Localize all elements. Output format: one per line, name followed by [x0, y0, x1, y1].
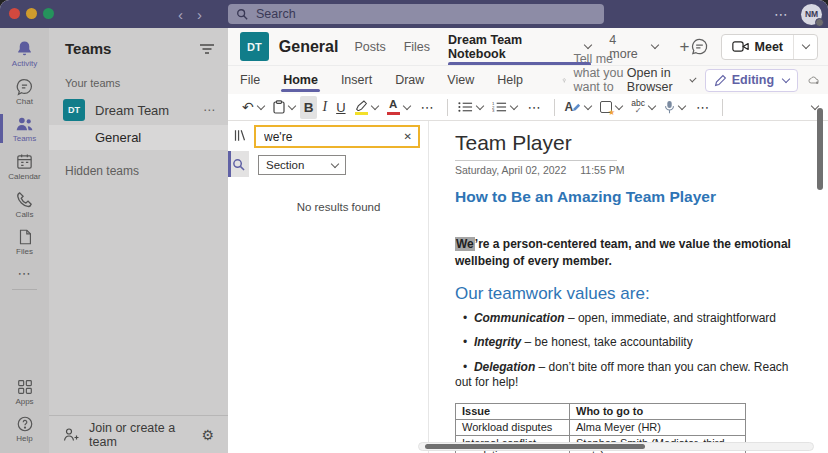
search-scope-dropdown[interactable]: Section	[258, 155, 346, 175]
notebook-search-box[interactable]: ✕	[254, 125, 420, 148]
sidebar-channel-general[interactable]: General	[49, 125, 228, 150]
italic-button[interactable]: I	[318, 96, 331, 119]
chevron-down-icon	[287, 101, 295, 109]
pencil-icon	[714, 74, 727, 87]
undo-button[interactable]: ↶	[238, 96, 268, 119]
add-tab-button[interactable]: +	[680, 37, 690, 57]
global-search-box[interactable]	[228, 4, 604, 24]
notebook-search-panel: ✕ Section No results found	[228, 121, 428, 453]
forward-button[interactable]: ›	[197, 7, 202, 22]
join-or-create-team-button[interactable]: Join or create a team ⚙	[49, 415, 228, 453]
rail-item-activity[interactable]: Activity	[0, 34, 49, 72]
formatting-toolbar: ↶ B I U A ⋯	[228, 94, 828, 121]
ribbon-tab-help[interactable]: Help	[497, 66, 523, 94]
rail-item-teams[interactable]: Teams	[0, 110, 49, 147]
more-options-button[interactable]: ⋯	[774, 6, 789, 22]
main-panel: DT General Posts Files Dream Team Notebo…	[228, 28, 828, 453]
minimize-window-button[interactable]	[26, 8, 37, 19]
zoom-window-button[interactable]	[43, 8, 54, 19]
app-rail: Activity Chat Teams Calendar Calls Files	[0, 28, 49, 453]
vertical-scrollbar[interactable]	[817, 108, 823, 190]
filter-icon[interactable]	[200, 43, 214, 55]
close-window-button[interactable]	[9, 8, 20, 19]
team-more-options-button[interactable]: ⋯	[203, 103, 216, 117]
spelling-button[interactable]: abc✓	[627, 96, 659, 119]
rail-item-files[interactable]: Files	[0, 223, 49, 260]
underline-button[interactable]: U	[332, 96, 349, 119]
ribbon-tab-file[interactable]: File	[240, 66, 260, 94]
phone-icon	[15, 190, 34, 209]
ribbon-tab-insert[interactable]: Insert	[341, 66, 372, 94]
ribbon-tab-draw[interactable]: Draw	[395, 66, 424, 94]
chevron-down-icon	[402, 101, 410, 109]
numbered-list-button[interactable]: 123	[488, 96, 521, 119]
notebook-search-input[interactable]	[262, 129, 400, 145]
channel-conversation-icon[interactable]	[690, 37, 709, 56]
more-toolbar-options-button[interactable]: ⋯	[690, 96, 716, 119]
values-heading: Our teamwork values are:	[455, 284, 816, 304]
page-title-block: Team Player	[455, 131, 617, 161]
more-paragraph-options-button[interactable]: ⋯	[522, 96, 548, 119]
lightbulb-icon	[562, 73, 567, 88]
page-timestamp: Saturday, April 02, 202211:55 PM	[455, 164, 816, 176]
your-teams-label: Your teams	[49, 61, 228, 95]
profile-avatar[interactable]: NM	[801, 4, 822, 25]
global-search-input[interactable]	[254, 6, 596, 22]
notebooks-icon[interactable]	[228, 123, 249, 148]
table-header-row: Issue Who to go to	[456, 403, 746, 419]
title-bar: ‹ › ⋯ NM	[0, 0, 828, 28]
note-page-canvas[interactable]: Team Player Saturday, April 02, 202211:5…	[428, 121, 828, 453]
bold-button[interactable]: B	[300, 96, 318, 119]
tab-more[interactable]: 4 more	[609, 28, 657, 65]
paste-button[interactable]	[269, 96, 299, 119]
dictate-button[interactable]	[660, 96, 689, 119]
search-tool-selected[interactable]	[228, 151, 249, 177]
editing-mode-button[interactable]: Editing	[705, 69, 798, 92]
apps-grid-icon	[16, 378, 34, 396]
styles-button[interactable]: A	[561, 96, 596, 119]
hidden-teams-toggle[interactable]: Hidden teams	[49, 150, 228, 192]
camera-icon	[732, 40, 749, 53]
tab-posts[interactable]: Posts	[354, 28, 385, 65]
sync-cloud-icon	[808, 73, 820, 87]
ribbon-tab-view[interactable]: View	[447, 66, 474, 94]
tab-dream-team-notebook[interactable]: Dream Team Notebook	[448, 28, 591, 65]
open-in-browser-button[interactable]: Open in Browser	[627, 66, 695, 94]
highlighter-button[interactable]	[351, 96, 382, 119]
clear-search-button[interactable]: ✕	[400, 131, 412, 142]
rail-item-chat[interactable]: Chat	[0, 72, 49, 110]
chevron-down-icon	[509, 101, 517, 109]
onenote-ribbon-tabs: File Home Insert Draw View Help Tell me …	[228, 66, 828, 94]
chevron-down-icon	[256, 101, 264, 109]
rail-item-apps[interactable]: Apps	[0, 373, 49, 410]
history-nav: ‹ ›	[178, 0, 202, 28]
more-font-options-button[interactable]: ⋯	[415, 96, 441, 119]
file-icon	[16, 228, 34, 246]
list-item: • Integrity – be honest, take accountabi…	[455, 335, 816, 351]
table-row: Workload disputes Alma Meyer (HR)	[456, 419, 746, 435]
back-button[interactable]: ‹	[178, 7, 183, 22]
bulleted-list-button[interactable]	[454, 96, 487, 119]
calendar-icon	[15, 152, 34, 171]
numbered-list-icon: 123	[492, 101, 507, 113]
meet-button[interactable]: Meet	[721, 34, 818, 60]
note-paragraph: We’re a person-centered team, and we val…	[455, 236, 816, 270]
horizontal-scrollbar-thumb[interactable]	[425, 444, 645, 449]
rail-item-calendar[interactable]: Calendar	[0, 147, 49, 185]
font-color-button[interactable]: A	[383, 96, 414, 119]
search-icon	[232, 158, 245, 171]
rail-item-help[interactable]: Help	[0, 410, 49, 453]
rail-item-calls[interactable]: Calls	[0, 185, 49, 223]
chevron-down-icon	[475, 101, 483, 109]
no-results-message: No results found	[249, 201, 428, 213]
gear-icon[interactable]: ⚙	[201, 427, 214, 443]
tags-button[interactable]	[596, 96, 626, 119]
sidebar-team-dream-team[interactable]: DT Dream Team ⋯	[49, 95, 228, 125]
tab-files[interactable]: Files	[404, 28, 430, 65]
sidebar-title: Teams	[65, 40, 111, 57]
ribbon-tab-home[interactable]: Home	[283, 66, 318, 94]
teams-people-icon	[14, 115, 35, 133]
channel-team-avatar: DT	[240, 32, 269, 61]
rail-more-apps-button[interactable]: ⋯	[0, 260, 49, 283]
meet-options-button[interactable]	[793, 35, 817, 59]
